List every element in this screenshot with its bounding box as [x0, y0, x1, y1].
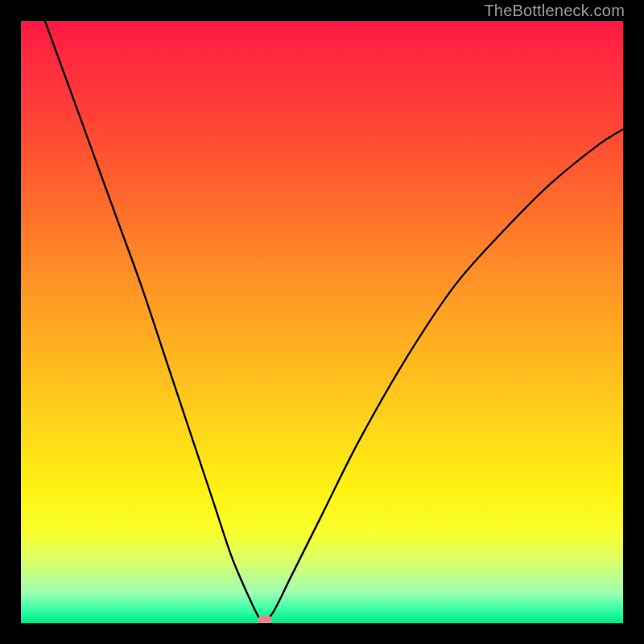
chart-frame: TheBottleneck.com [0, 0, 644, 644]
bottleneck-curve [21, 21, 623, 623]
minimum-marker [258, 616, 272, 623]
plot-area [21, 21, 623, 623]
watermark-text: TheBottleneck.com [484, 2, 625, 20]
